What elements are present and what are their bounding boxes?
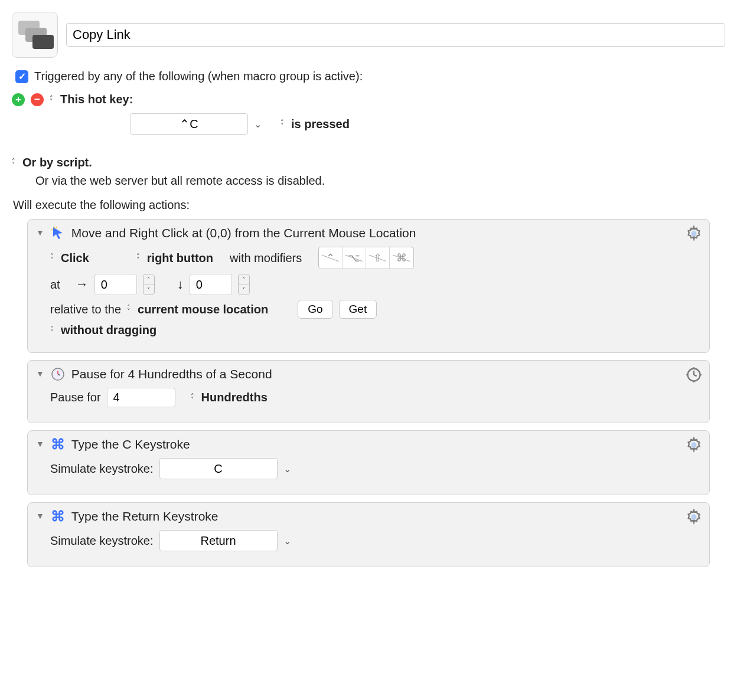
arrow-down-icon: ↓ [177,277,184,292]
action-pause: Pause for 4 Hundredths of a Second Pause… [27,360,710,423]
y-input[interactable] [190,274,232,295]
action-header[interactable]: ⌘ Type the Return Keystroke [36,509,701,524]
will-execute-label: Will execute the following actions: [13,198,725,212]
disclosure-triangle-icon[interactable] [36,439,44,449]
web-server-note: Or via the web server but all remote acc… [35,174,725,188]
macro-name-input[interactable] [66,23,725,47]
action-gear-button[interactable] [686,225,702,242]
button-label: right button [147,251,213,265]
hotkey-state-stepper-icon[interactable] [281,120,284,127]
svg-line-2 [56,227,57,228]
svg-line-1 [51,230,53,230]
action-mouse-click: Move and Right Click at (0,0) from the C… [27,219,710,353]
modifier-segments[interactable]: ⌃ ⌥ ⇧ ⌘ [318,247,414,269]
command-icon: ⌘ [50,437,66,452]
relative-value: current mouse location [138,303,268,316]
at-label: at [50,278,60,292]
script-trigger-stepper-icon[interactable] [12,159,15,166]
hotkey-value-row: is pressed [130,113,725,135]
remove-trigger-button[interactable]: − [31,93,44,106]
action-title: Pause for 4 Hundredths of a Second [71,367,272,381]
action-gear-button[interactable] [686,509,702,525]
pause-config-row: Pause for Hundredths [50,388,701,407]
cursor-click-icon [50,225,66,241]
trigger-type-stepper-icon[interactable] [50,96,53,103]
drag-stepper-icon[interactable] [50,327,54,334]
action-gear-button[interactable] [686,367,702,383]
relative-row: relative to the current mouse location G… [50,300,701,319]
button-stepper-icon[interactable] [136,254,140,261]
trigger-enabled-checkbox[interactable] [15,70,28,83]
simulate-label: Simulate keystroke: [50,534,154,548]
x-input[interactable] [94,274,137,295]
modifier-shift[interactable]: ⇧ [366,247,390,269]
disclosure-triangle-icon[interactable] [36,228,44,237]
relative-label: relative to the [50,303,121,316]
action-title: Move and Right Click at (0,0) from the C… [71,226,416,240]
click-config-row: Click right button with modifiers ⌃ ⌥ ⇧ … [50,247,701,269]
macro-icon[interactable] [12,12,58,58]
click-type-label: Click [61,251,89,265]
keystroke-row: Simulate keystroke: [50,458,701,479]
modifier-ctrl[interactable]: ⌃ [319,247,343,269]
keystroke-dropdown-icon[interactable] [283,463,291,475]
keystroke-input[interactable] [159,530,278,551]
hotkey-state-label: is pressed [291,117,350,131]
disclosure-triangle-icon[interactable] [36,369,44,378]
modifier-option[interactable]: ⌥ [343,247,366,269]
action-keystroke-return: ⌘ Type the Return Keystroke Simulate key… [27,502,710,567]
action-header[interactable]: Move and Right Click at (0,0) from the C… [36,225,701,241]
hotkey-input[interactable] [130,113,248,135]
or-script-label: Or by script. [22,156,92,169]
clock-icon [50,367,66,382]
with-modifiers-label: with modifiers [230,251,302,265]
simulate-label: Simulate keystroke: [50,462,154,476]
pause-value-input[interactable] [107,388,175,407]
svg-point-15 [691,514,696,519]
hotkey-control-row: + − This hot key: [12,93,725,106]
command-icon: ⌘ [50,509,66,524]
keystroke-input[interactable] [159,458,278,479]
drag-row: without dragging [50,323,701,337]
pause-for-label: Pause for [50,391,101,404]
drag-mode-label: without dragging [61,323,156,337]
action-keystroke-c: ⌘ Type the C Keystroke Simulate keystrok… [27,430,710,495]
add-trigger-button[interactable]: + [12,93,25,106]
macro-header [12,12,725,58]
disclosure-triangle-icon[interactable] [36,511,44,521]
action-title: Type the Return Keystroke [71,509,219,524]
keystroke-dropdown-icon[interactable] [283,535,291,547]
position-row: at → ˄˅ ↓ ˄˅ [50,274,701,295]
go-button[interactable]: Go [298,300,332,319]
svg-point-3 [691,231,696,236]
arrow-right-icon: → [76,277,89,292]
relative-stepper-icon[interactable] [127,306,131,313]
svg-line-9 [694,375,697,376]
svg-point-14 [691,442,696,447]
click-type-stepper-icon[interactable] [50,254,54,261]
x-stepper[interactable]: ˄˅ [143,274,155,295]
hotkey-label: This hot key: [60,93,133,106]
or-script-row: Or by script. [12,156,725,169]
y-stepper[interactable]: ˄˅ [238,274,250,295]
action-title: Type the C Keystroke [71,437,190,452]
trigger-enabled-row: Triggered by any of the following (when … [15,70,722,83]
pause-unit-stepper-icon[interactable] [191,394,194,401]
action-gear-button[interactable] [686,437,702,453]
keystroke-row: Simulate keystroke: [50,530,701,551]
modifier-cmd[interactable]: ⌘ [390,247,413,269]
action-header[interactable]: Pause for 4 Hundredths of a Second [36,367,701,382]
pause-unit-label: Hundredths [201,391,268,404]
get-button[interactable]: Get [339,300,377,319]
hotkey-dropdown-icon[interactable] [254,119,262,130]
trigger-label: Triggered by any of the following (when … [34,70,363,83]
action-header[interactable]: ⌘ Type the C Keystroke [36,437,701,452]
